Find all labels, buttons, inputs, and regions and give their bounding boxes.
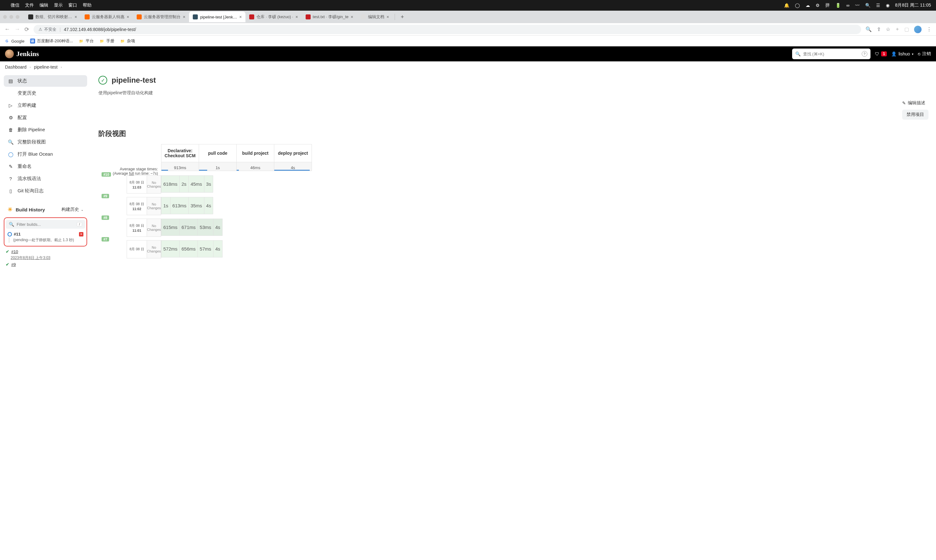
sidebar-item[interactable]: ✎ 重命名 xyxy=(4,161,87,172)
build-number-link[interactable]: #10 xyxy=(11,249,18,254)
stage-build-row[interactable]: #7 8月 08 日 NoChanges 572ms656ms57ms4s xyxy=(99,240,928,257)
search-help-icon[interactable]: ? xyxy=(862,51,867,57)
sidebar-item[interactable]: 🔍 完整阶段视图 xyxy=(4,136,87,148)
stage-cell[interactable]: 4s xyxy=(213,240,222,257)
tray-icon-1[interactable]: ◯ xyxy=(795,3,800,8)
stage-cell[interactable]: 671ms xyxy=(180,219,198,236)
tab-close-icon[interactable]: × xyxy=(239,14,242,19)
user-menu[interactable]: 👤 lishuo ▾ xyxy=(891,51,913,56)
sidebar-item[interactable]: ▷ 立即构建 xyxy=(4,100,87,111)
bookmark-star-icon[interactable]: ☆ xyxy=(886,26,890,32)
input-method-icon[interactable]: 拼 xyxy=(825,3,830,8)
stage-build-row[interactable]: #8 8月 08 日11:01 NoChanges 615ms671ms53ms… xyxy=(99,218,928,236)
cancel-build-button[interactable]: ✕ xyxy=(79,232,83,237)
stage-cell[interactable]: 57ms xyxy=(198,240,213,257)
battery-icon[interactable]: 🔋 xyxy=(836,3,841,8)
browser-tab[interactable]: test.txt · 李硕/gin_te × xyxy=(302,12,357,22)
breadcrumb-job[interactable]: pipeline-test xyxy=(34,65,58,69)
sidebar-item[interactable]: 变更历史 xyxy=(4,88,87,99)
stage-cell[interactable]: 4s xyxy=(204,197,213,214)
browser-tab[interactable]: pipeline-test [Jenkins × xyxy=(189,12,245,22)
browser-tab[interactable]: 编辑文档 × xyxy=(357,12,393,22)
siri-icon[interactable]: ◉ xyxy=(886,3,890,8)
jenkins-search[interactable]: 🔍 ? xyxy=(792,49,870,59)
notification-icon[interactable]: 🔔 xyxy=(784,3,789,8)
bookmark-item[interactable]: 📁平台 xyxy=(79,38,94,44)
stage-cell[interactable]: 656ms xyxy=(180,240,198,257)
menubar-help[interactable]: 帮助 xyxy=(83,3,91,8)
build-item-pending[interactable]: ⋯ #11 ✕ (pending—处于静默期。截止 1.3 秒) xyxy=(6,230,85,245)
menubar-view[interactable]: 显示 xyxy=(54,3,63,8)
breadcrumb-dashboard[interactable]: Dashboard xyxy=(5,65,27,69)
bookmark-item[interactable]: 📁杂项 xyxy=(120,38,135,44)
edit-description-link[interactable]: ✎ 编辑描述 xyxy=(899,98,928,108)
logout-link[interactable]: ⎋ 注销 xyxy=(918,51,931,57)
sidebar-item[interactable]: ◯ 打开 Blue Ocean xyxy=(4,148,87,160)
menubar-datetime[interactable]: 8月8日 周二 11:05 xyxy=(895,3,931,8)
tab-close-icon[interactable]: × xyxy=(75,14,77,19)
sidebar-item[interactable]: ? 流水线语法 xyxy=(4,173,87,185)
build-filter[interactable]: 🔍 / xyxy=(6,220,85,229)
forward-button[interactable]: → xyxy=(14,26,20,32)
browser-tab[interactable]: 仓库 · 李硕 (kezuo) · × xyxy=(245,12,302,22)
stage-build-row[interactable]: #9 8月 08 日11:02 NoChanges 1s613ms35ms4s xyxy=(99,197,928,214)
stage-cell[interactable]: 615ms xyxy=(162,219,180,236)
menubar-edit[interactable]: 编辑 xyxy=(40,3,48,8)
disable-project-button[interactable]: 禁用项目 xyxy=(902,109,928,120)
reload-button[interactable]: ⟳ xyxy=(25,26,29,33)
jenkins-logo[interactable]: Jenkins xyxy=(5,49,39,58)
build-number-link[interactable]: #9 xyxy=(11,262,16,267)
stage-cell[interactable]: 35ms xyxy=(188,197,204,214)
stage-build-row[interactable]: #10 8月 08 日11:03 NoChanges 618ms2s45ms3s xyxy=(99,175,928,192)
security-indicator[interactable]: ⚠ 不安全 xyxy=(39,27,56,32)
sidebar-item[interactable]: ▯ Git 轮询日志 xyxy=(4,185,87,197)
stage-cell[interactable]: 613ms xyxy=(170,197,188,214)
browser-tab[interactable]: 数组、切片和映射 -Go × xyxy=(25,12,81,22)
build-history-trend[interactable]: 构建历史 ⌄ xyxy=(62,207,83,212)
browser-tab[interactable]: 云服务器管理控制台 × xyxy=(133,12,189,22)
share-icon[interactable]: ⇪ xyxy=(877,26,881,32)
browser-tab[interactable]: 云服务器新人特惠 × xyxy=(81,12,133,22)
stage-cell[interactable]: 53ms xyxy=(198,219,213,236)
search-icon[interactable]: 🔍 xyxy=(865,26,872,32)
profile-avatar[interactable] xyxy=(914,26,922,33)
tab-close-icon[interactable]: × xyxy=(351,14,353,19)
tab-close-icon[interactable]: × xyxy=(183,14,185,19)
bookmark-item[interactable]: 译百度翻译-200种语... xyxy=(30,38,73,44)
new-tab-button[interactable]: + xyxy=(397,14,408,20)
stage-cell[interactable]: 4s xyxy=(213,219,222,236)
window-controls[interactable] xyxy=(3,15,19,19)
stage-cell[interactable]: 45ms xyxy=(188,176,204,192)
bookmark-item[interactable]: GGoogle xyxy=(5,38,25,43)
bookmark-item[interactable]: 📁手册 xyxy=(99,38,114,44)
stage-cell[interactable]: 1s xyxy=(162,197,171,214)
stage-cell[interactable]: 3s xyxy=(204,176,213,192)
sidepanel-icon[interactable]: ▢ xyxy=(904,26,909,32)
spotlight-icon[interactable]: 🔍 xyxy=(865,3,870,8)
security-alerts[interactable]: 🛡 1 xyxy=(875,51,887,56)
tab-close-icon[interactable]: × xyxy=(126,14,129,19)
build-item[interactable]: ✔ #9 xyxy=(4,261,87,268)
address-input[interactable]: ⚠ 不安全 | 47.102.149.46:8088/job/pipeline-… xyxy=(34,25,861,34)
search-input[interactable] xyxy=(803,52,859,56)
control-center-icon[interactable]: ☰ xyxy=(876,3,880,8)
menubar-file[interactable]: 文件 xyxy=(25,3,34,8)
wifi-icon[interactable]: 〰 xyxy=(855,3,859,8)
sidebar-item[interactable]: ▤ 状态 xyxy=(4,75,87,87)
stage-cell[interactable]: 2s xyxy=(180,176,189,192)
stage-cell[interactable]: 618ms xyxy=(162,176,180,192)
sidebar-item[interactable]: 🗑 删除 Pipeline xyxy=(4,124,87,135)
sidebar-item[interactable]: ⚙ 配置 xyxy=(4,112,87,123)
back-button[interactable]: ← xyxy=(5,26,10,32)
tab-close-icon[interactable]: × xyxy=(295,14,298,19)
stage-cell[interactable]: 572ms xyxy=(162,240,180,257)
menubar-window[interactable]: 窗口 xyxy=(68,3,77,8)
build-date[interactable]: 2023年8月8日 上午3:03 xyxy=(4,255,87,261)
build-item[interactable]: ✔ #10 xyxy=(4,248,87,255)
browser-menu-icon[interactable]: ⋮ xyxy=(927,26,931,32)
tray-icon-3[interactable]: ⚙ xyxy=(816,3,820,8)
tray-icon-6[interactable]: ∞ xyxy=(847,3,850,8)
extensions-icon[interactable]: ✦ xyxy=(895,26,899,32)
wechat-tray-icon[interactable]: ☁ xyxy=(806,3,810,8)
filter-input[interactable] xyxy=(17,222,74,227)
